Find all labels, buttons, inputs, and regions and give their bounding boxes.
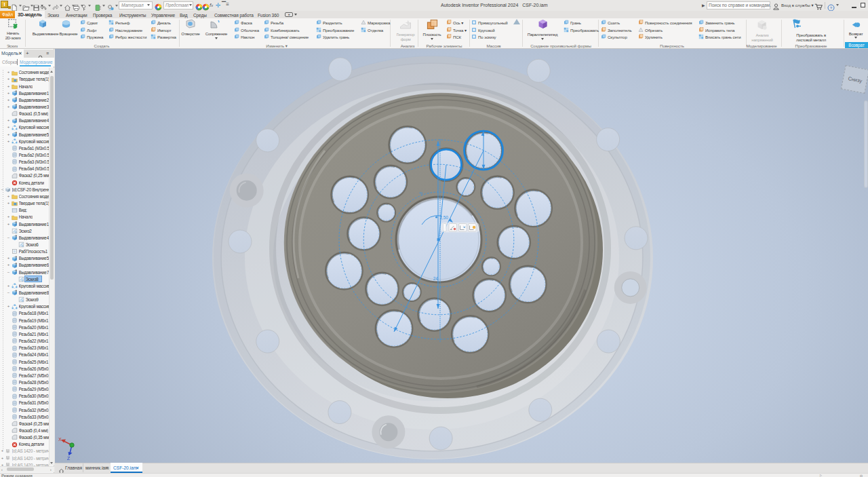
svg-text:24: 24 <box>433 276 439 281</box>
svg-text:?: ? <box>830 5 833 9</box>
svg-text:2,50: 2,50 <box>440 215 449 220</box>
svg-text:X: X <box>58 437 62 442</box>
svg-text:Z: Z <box>67 456 71 461</box>
